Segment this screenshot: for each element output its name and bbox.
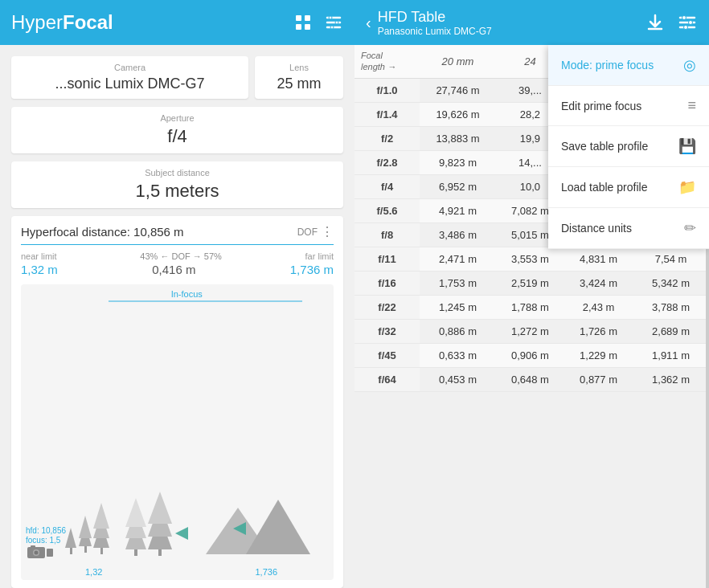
table-row: f/450,633 m0,906 m1,229 m1,911 m — [354, 343, 709, 367]
value-cell: 0,633 m — [420, 343, 496, 367]
aperture-field[interactable]: Aperture f/4 — [11, 107, 343, 153]
dof-center-label: 43% ← DOF → 57% — [140, 251, 221, 261]
table-row: f/320,886 m1,272 m1,726 m2,689 m — [354, 319, 709, 343]
value-cell: 1,911 m — [633, 343, 709, 367]
value-cell: 1,726 m — [564, 319, 633, 343]
value-cell: 0,877 m — [564, 367, 633, 391]
svg-marker-15 — [79, 516, 92, 538]
value-cell: 2,689 m — [633, 319, 709, 343]
left-panel: HyperFocal Camera ...sonic Lumix DMC-G7 — [0, 0, 354, 588]
svg-rect-13 — [70, 548, 72, 554]
app-title-focal: Focal — [63, 11, 113, 33]
svg-point-34 — [682, 16, 686, 20]
hfd-table-title: HFD Table — [378, 9, 492, 26]
value-cell: 2,471 m — [420, 247, 496, 271]
value-cell: 1,753 m — [420, 271, 496, 295]
near-marker: 1,32 — [85, 567, 102, 577]
app-title: HyperFocal — [11, 11, 113, 34]
far-limit-label: far limit — [305, 251, 334, 261]
dof-header: Hyperfocal distance: 10,856 m DOF ⋮ — [21, 224, 334, 239]
lens-field[interactable]: Lens 25 mm — [255, 56, 343, 99]
value-cell: 3,553 m — [496, 247, 564, 271]
dof-menu-icon[interactable]: ⋮ — [321, 224, 334, 239]
bottom-markers: 1,32 1,736 — [21, 567, 334, 577]
value-cell: 4,831 m — [564, 247, 633, 271]
right-header-icons — [645, 12, 698, 33]
dropdown-item-label: Mode: prime focus — [561, 59, 654, 71]
value-cell: 27,746 m — [420, 78, 496, 102]
value-cell: 19,626 m — [420, 102, 496, 126]
dof-center-value: 0,416 m — [152, 263, 195, 276]
dropdown-item[interactable]: Edit prime focus≡ — [548, 86, 709, 126]
aperture-cell: f/64 — [354, 367, 420, 391]
dropdown-item[interactable]: Save table profile💾 — [548, 126, 709, 167]
aperture-value: f/4 — [21, 126, 334, 147]
dof-limits: near limit 43% ← DOF → 57% far limit — [21, 251, 334, 261]
dof-visualization: In-focus hfd: 10,856 focus: 1,5 — [21, 284, 334, 580]
dropdown-item[interactable]: Mode: prime focus◎ — [548, 45, 709, 86]
download-icon[interactable] — [645, 12, 666, 33]
dof-box: Hyperfocal distance: 10,856 m DOF ⋮ near… — [11, 216, 343, 588]
camera-field[interactable]: Camera ...sonic Lumix DMC-G7 — [11, 56, 248, 99]
value-cell: 1,245 m — [420, 295, 496, 319]
svg-rect-16 — [84, 546, 87, 553]
app-title-hyper: Hyper — [11, 11, 63, 33]
svg-marker-23 — [125, 498, 146, 527]
pencil-icon: ✏ — [684, 219, 696, 237]
aperture-label: Aperture — [21, 113, 334, 123]
col-20mm: 20 mm — [420, 45, 496, 78]
value-cell: 2,43 m — [564, 295, 633, 319]
value-cell: 1,229 m — [564, 343, 633, 367]
trees-svg — [21, 492, 334, 564]
folder-icon: 📁 — [678, 178, 696, 196]
table-row: f/161,753 m2,519 m3,424 m5,342 m — [354, 271, 709, 295]
left-header-icons — [293, 13, 343, 32]
svg-rect-3 — [305, 24, 310, 30]
aperture-cell: f/8 — [354, 223, 420, 247]
dropdown-item[interactable]: Load table profile📁 — [548, 167, 709, 208]
value-cell: 0,886 m — [420, 319, 496, 343]
svg-point-6 — [330, 26, 334, 29]
aperture-cell: f/32 — [354, 319, 420, 343]
svg-rect-28 — [158, 549, 162, 556]
svg-rect-0 — [296, 15, 301, 21]
value-cell: 2,519 m — [496, 271, 564, 295]
table-row: f/112,471 m3,553 m4,831 m7,54 m — [354, 247, 709, 271]
subject-value: 1,5 meters — [21, 181, 334, 202]
grid-icon[interactable] — [293, 13, 313, 32]
left-content: Camera ...sonic Lumix DMC-G7 Lens 25 mm … — [0, 45, 354, 588]
svg-rect-2 — [296, 24, 301, 30]
value-cell: 0,648 m — [496, 367, 564, 391]
svg-point-5 — [335, 21, 338, 24]
settings-icon[interactable] — [324, 13, 343, 32]
aperture-cell: f/2 — [354, 126, 420, 150]
aperture-cell: f/45 — [354, 343, 420, 367]
dropdown-menu: Mode: prime focus◎Edit prime focus≡Save … — [548, 45, 709, 249]
right-header: ‹ HFD Table Panasonic Lumix DMC-G7 — [354, 0, 709, 45]
dropdown-item[interactable]: Distance units✏ — [548, 208, 709, 249]
left-header: HyperFocal — [0, 0, 354, 45]
subject-label: Subject distance — [21, 168, 334, 178]
svg-point-36 — [684, 26, 688, 30]
far-limit-value: 1,736 m — [290, 263, 334, 276]
table-row: f/221,245 m1,788 m2,43 m3,788 m — [354, 295, 709, 319]
value-cell: 5,342 m — [633, 271, 709, 295]
value-cell: 13,883 m — [420, 126, 496, 150]
value-cell: 7,54 m — [633, 247, 709, 271]
value-cell: 3,424 m — [564, 271, 633, 295]
subject-distance-field[interactable]: Subject distance 1,5 meters — [11, 161, 343, 208]
aperture-cell: f/11 — [354, 247, 420, 271]
aperture-cell: f/1.4 — [354, 102, 420, 126]
value-cell: 0,906 m — [496, 343, 564, 367]
value-cell: 3,788 m — [633, 295, 709, 319]
camera-lens-row: Camera ...sonic Lumix DMC-G7 Lens 25 mm — [11, 56, 343, 99]
svg-marker-31 — [246, 500, 310, 554]
right-header-title: HFD Table Panasonic Lumix DMC-G7 — [378, 9, 492, 37]
table-row: f/640,453 m0,648 m0,877 m1,362 m — [354, 367, 709, 391]
lens-label: Lens — [264, 63, 334, 72]
back-button[interactable]: ‹ — [366, 14, 371, 32]
sliders-icon[interactable] — [677, 12, 698, 33]
svg-point-4 — [329, 16, 332, 19]
svg-marker-29 — [175, 527, 188, 540]
dof-label: DOF — [297, 227, 318, 238]
